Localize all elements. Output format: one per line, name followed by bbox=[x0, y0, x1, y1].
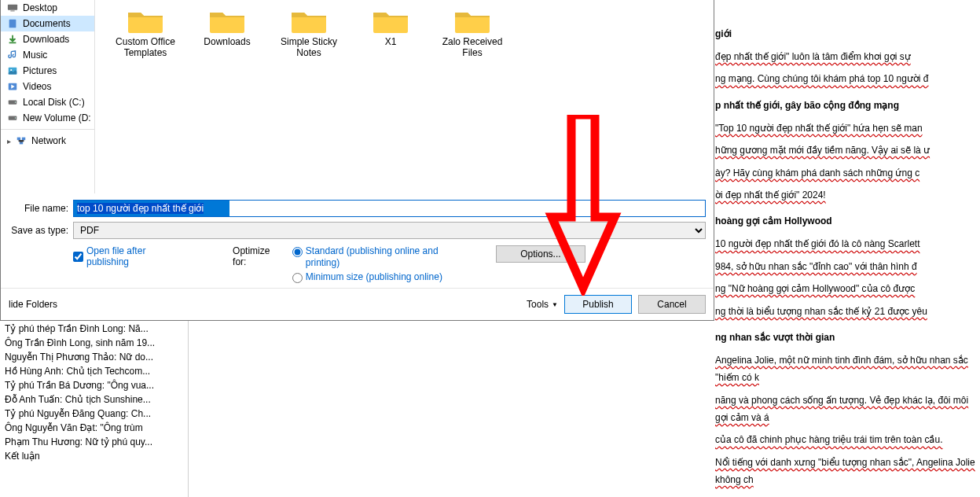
doc-line: ng mạng. Cùng chúng tôi khám phá top 10 … bbox=[715, 69, 980, 87]
chevron-down-icon: ▼ bbox=[552, 301, 558, 308]
doc-title: giới bbox=[715, 24, 980, 42]
folder-tile[interactable]: Zalo Received Files bbox=[431, 6, 513, 187]
save-type-label: Save as type: bbox=[6, 225, 68, 236]
dialog-sidebar: Desktop Documents Downloads Music bbox=[1, 0, 95, 193]
nav-item[interactable]: Tỷ phú Nguyễn Đăng Quang: Ch... bbox=[0, 407, 188, 421]
file-name-label: File name: bbox=[6, 203, 68, 214]
svg-rect-1 bbox=[10, 11, 14, 12]
save-as-dialog: Desktop Documents Downloads Music bbox=[0, 0, 714, 321]
drive-icon bbox=[7, 97, 18, 108]
nav-item[interactable]: Đỗ Anh Tuấn: Chủ tịch Sunshine... bbox=[0, 392, 188, 407]
svg-rect-0 bbox=[8, 5, 17, 10]
cancel-button[interactable]: Cancel bbox=[638, 295, 706, 314]
optimize-for-label: Optimize for: bbox=[233, 245, 286, 267]
doc-line: năng và phong cách sống ấn tượng. Vẻ đẹp… bbox=[715, 391, 980, 426]
folder-tile[interactable]: Downloads bbox=[186, 6, 268, 187]
svg-rect-2 bbox=[9, 20, 17, 28]
nav-item[interactable]: Hồ Hùng Anh: Chủ tịch Techcom... bbox=[0, 364, 188, 378]
svg-point-5 bbox=[10, 69, 12, 71]
sidebar-item-documents[interactable]: Documents bbox=[1, 16, 94, 31]
navigation-pane: Tỷ phú thép Trần Đình Long: Nă... Ông Tr… bbox=[0, 318, 189, 497]
doc-line: sắc đẹp phương Tây mà còn lan tỏa sức ản… bbox=[715, 493, 980, 497]
folder-name: Downloads bbox=[204, 36, 250, 47]
svg-rect-3 bbox=[9, 42, 17, 44]
documents-icon bbox=[7, 18, 18, 29]
folder-icon bbox=[127, 6, 164, 35]
folder-name: Custom Office Templates bbox=[105, 36, 186, 59]
downloads-icon bbox=[7, 34, 18, 45]
publish-button[interactable]: Publish bbox=[564, 295, 632, 314]
drive-icon bbox=[7, 112, 18, 123]
sidebar-item-downloads[interactable]: Downloads bbox=[1, 31, 94, 47]
sidebar-item-desktop[interactable]: Desktop bbox=[1, 0, 94, 16]
sidebar-item-local-c[interactable]: Local Disk (C:) bbox=[1, 94, 94, 110]
folder-icon bbox=[290, 6, 328, 35]
optimize-minimum-input[interactable] bbox=[292, 273, 303, 283]
folder-tile[interactable]: X1 bbox=[350, 6, 431, 187]
optimize-standard-radio[interactable]: Standard (publishing online and printing… bbox=[292, 245, 474, 268]
open-after-publish-checkbox[interactable]: Open file after publishing bbox=[73, 245, 190, 267]
nav-item[interactable]: Kết luận bbox=[0, 449, 188, 463]
sidebar-item-network[interactable]: ▸ Network bbox=[1, 133, 94, 149]
sidebar-item-videos[interactable]: Videos bbox=[1, 79, 94, 94]
music-icon bbox=[7, 50, 18, 61]
save-type-select[interactable]: PDF bbox=[73, 222, 706, 239]
nav-item[interactable]: Ông Nguyễn Văn Đạt: "Ông trùm bbox=[0, 421, 188, 435]
file-name-input[interactable] bbox=[73, 200, 706, 217]
network-icon bbox=[16, 135, 27, 146]
dialog-form: File name: Save as type: PDF Open file a… bbox=[1, 193, 714, 288]
hide-folders-link[interactable]: lide Folders bbox=[9, 299, 57, 310]
file-list[interactable]: Custom Office Templates Downloads Simple… bbox=[95, 0, 714, 193]
expand-icon[interactable]: ▸ bbox=[7, 137, 11, 145]
doc-line: "Top 10 người đẹp nhất thế giới" hứa hẹn… bbox=[715, 119, 980, 136]
videos-icon bbox=[7, 81, 18, 92]
folder-name: X1 bbox=[385, 36, 397, 47]
doc-heading: hoàng gợi cảm Hollywood bbox=[715, 211, 980, 230]
tools-dropdown[interactable]: Tools ▼ bbox=[527, 299, 558, 310]
desktop-icon bbox=[7, 2, 18, 13]
folder-icon bbox=[453, 6, 491, 35]
svg-rect-11 bbox=[17, 138, 20, 141]
document-body: giới đẹp nhất thế giới" luôn là tâm điểm… bbox=[707, 0, 980, 497]
doc-line: hững gương mặt mới đầy tiềm năng. Vậy ai… bbox=[715, 141, 980, 158]
sidebar-item-pictures[interactable]: Pictures bbox=[1, 63, 94, 79]
doc-line: ng thời là biểu tượng nhan sắc thế kỷ 21… bbox=[715, 302, 980, 319]
folder-icon bbox=[372, 6, 409, 35]
doc-line: 984, sở hữu nhan sắc "đỉnh cao" với thân… bbox=[715, 257, 980, 274]
sidebar-item-music[interactable]: Music bbox=[1, 47, 94, 63]
folder-name: Zalo Received Files bbox=[431, 36, 513, 59]
doc-line: 10 người đẹp nhất thế giới đó là cô nàng… bbox=[715, 234, 980, 252]
sidebar-separator bbox=[1, 129, 94, 130]
nav-item[interactable]: Ông Trần Đình Long, sinh năm 19... bbox=[0, 336, 188, 350]
doc-line: Angelina Jolie, một nữ minh tinh đình đá… bbox=[715, 351, 980, 386]
folder-icon bbox=[208, 6, 246, 35]
dialog-button-bar: lide Folders Tools ▼ Publish Cancel bbox=[1, 288, 714, 320]
doc-line: Nổi tiếng với danh xưng "biểu tượng nhan… bbox=[715, 453, 980, 488]
folder-tile[interactable]: Custom Office Templates bbox=[105, 6, 186, 187]
pictures-icon bbox=[7, 65, 18, 76]
doc-heading: p nhất thế giới, gây bão cộng đồng mạng bbox=[715, 95, 980, 114]
optimize-standard-input[interactable] bbox=[292, 247, 303, 257]
doc-line: của cô đã chinh phục hàng triệu trái tim… bbox=[715, 430, 980, 447]
options-button[interactable]: Options... bbox=[496, 245, 585, 263]
folder-tile[interactable]: Simple Sticky Notes bbox=[268, 6, 350, 187]
sidebar-item-new-volume-d[interactable]: New Volume (D: bbox=[1, 110, 94, 126]
svg-point-8 bbox=[15, 101, 16, 102]
nav-item[interactable]: Nguyễn Thị Phương Thảo: Nữ do... bbox=[0, 350, 188, 364]
doc-line: ời đẹp nhất thế giới" 2024! bbox=[715, 186, 980, 203]
svg-point-10 bbox=[15, 117, 16, 118]
svg-rect-12 bbox=[22, 138, 25, 141]
nav-item[interactable]: Tỷ phú thép Trần Đình Long: Nă... bbox=[0, 322, 188, 336]
doc-line: ng "Nữ hoàng gợi cảm Hollywood" của cô đ… bbox=[715, 279, 980, 296]
doc-line: ày? Hãy cùng khám phá danh sách những ứn… bbox=[715, 164, 980, 181]
doc-heading: ng nhan sắc vượt thời gian bbox=[715, 327, 980, 346]
open-after-publish-input[interactable] bbox=[73, 252, 83, 262]
doc-line: đẹp nhất thế giới" luôn là tâm điểm khơi… bbox=[715, 47, 980, 64]
nav-item[interactable]: Phạm Thu Hương: Nữ tỷ phú quy... bbox=[0, 435, 188, 449]
nav-item[interactable]: Tỷ phú Trần Bá Dương: "Ông vua... bbox=[0, 378, 188, 392]
optimize-minimum-radio[interactable]: Minimum size (publishing online) bbox=[292, 271, 474, 283]
folder-name: Simple Sticky Notes bbox=[268, 36, 350, 59]
